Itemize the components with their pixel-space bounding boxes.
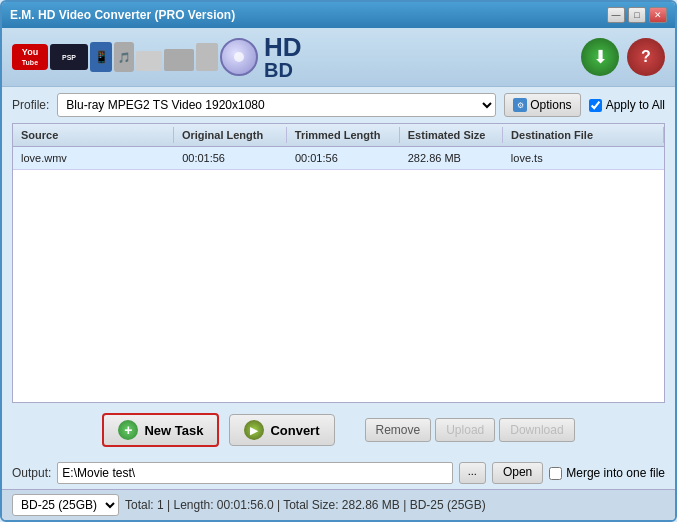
download-action-button[interactable]: Download	[499, 418, 574, 442]
open-button[interactable]: Open	[492, 462, 543, 484]
status-text: Total: 1 | Length: 00:01:56.0 | Total Si…	[125, 498, 486, 512]
help-button[interactable]: ?	[627, 38, 665, 76]
col-header-trimmed: Trimmed Length	[287, 127, 400, 143]
header-right-icons: ⬇ ?	[581, 38, 665, 76]
options-icon: ⚙	[513, 98, 527, 112]
title-bar: E.M. HD Video Converter (PRO Version) — …	[2, 2, 675, 28]
convert-icon: ▶	[244, 420, 264, 440]
apply-all-container: Apply to All	[589, 98, 665, 112]
col-header-size: Estimated Size	[400, 127, 503, 143]
disc-type-dropdown[interactable]: BD-25 (25GB)	[12, 494, 119, 516]
youtube-icon: YouTube	[12, 44, 48, 70]
output-path-input[interactable]	[57, 462, 452, 484]
cell-dest: love.ts	[503, 150, 664, 166]
new-task-label: New Task	[144, 423, 203, 438]
hd-bd-logo: HD BD	[264, 34, 302, 80]
ipod-icon: 🎵	[114, 42, 134, 72]
profile-label: Profile:	[12, 98, 49, 112]
disc-icon	[220, 38, 258, 76]
cell-original: 00:01:56	[174, 150, 287, 166]
download-icon: ⬇	[593, 46, 608, 68]
upload-button[interactable]: Upload	[435, 418, 495, 442]
bd-text: BD	[264, 60, 293, 80]
convert-button[interactable]: ▶ Convert	[229, 414, 334, 446]
options-button[interactable]: ⚙ Options	[504, 93, 580, 117]
new-task-icon: +	[118, 420, 138, 440]
profile-bar: Profile: Blu-ray MPEG2 TS Video 1920x108…	[2, 87, 675, 123]
download-button[interactable]: ⬇	[581, 38, 619, 76]
maximize-button[interactable]: □	[628, 7, 646, 23]
main-window: E.M. HD Video Converter (PRO Version) — …	[0, 0, 677, 522]
device-icons	[136, 43, 218, 71]
options-label: Options	[530, 98, 571, 112]
file-table: Source Original Length Trimmed Length Es…	[12, 123, 665, 403]
help-icon: ?	[641, 48, 651, 66]
cell-trimmed: 00:01:56	[287, 150, 400, 166]
remove-button[interactable]: Remove	[365, 418, 432, 442]
browse-button[interactable]: ...	[459, 462, 486, 484]
psp-icon: PSP	[50, 44, 88, 70]
device1-icon	[136, 51, 162, 71]
logo-icons: YouTube PSP 📱 🎵	[12, 38, 258, 76]
phone-icon: 📱	[90, 42, 112, 72]
output-bar: Output: ... Open Merge into one file	[2, 457, 675, 489]
cell-size: 282.86 MB	[400, 150, 503, 166]
convert-label: Convert	[270, 423, 319, 438]
profile-dropdown[interactable]: Blu-ray MPEG2 TS Video 1920x1080	[57, 93, 496, 117]
merge-label: Merge into one file	[566, 466, 665, 480]
col-header-dest: Destination File	[503, 127, 664, 143]
hd-text: HD	[264, 34, 302, 60]
device2-icon	[164, 49, 194, 71]
cell-source: love.wmv	[13, 150, 174, 166]
status-bar: BD-25 (25GB) Total: 1 | Length: 00:01:56…	[2, 489, 675, 520]
merge-checkbox[interactable]	[549, 467, 562, 480]
merge-container: Merge into one file	[549, 466, 665, 480]
apply-all-checkbox[interactable]	[589, 99, 602, 112]
title-bar-buttons: — □ ✕	[607, 7, 667, 23]
output-label: Output:	[12, 466, 51, 480]
table-row[interactable]: love.wmv 00:01:56 00:01:56 282.86 MB lov…	[13, 147, 664, 170]
col-header-source: Source	[13, 127, 174, 143]
device3-icon	[196, 43, 218, 71]
action-bar: + New Task ▶ Convert Remove Upload Downl…	[2, 403, 675, 457]
apply-all-label: Apply to All	[606, 98, 665, 112]
logo-area: YouTube PSP 📱 🎵	[12, 34, 302, 80]
table-empty-area	[13, 170, 664, 330]
new-task-button[interactable]: + New Task	[102, 413, 219, 447]
right-action-buttons: Remove Upload Download	[365, 418, 575, 442]
table-header: Source Original Length Trimmed Length Es…	[13, 124, 664, 147]
minimize-button[interactable]: —	[607, 7, 625, 23]
col-header-original: Original Length	[174, 127, 287, 143]
close-button[interactable]: ✕	[649, 7, 667, 23]
header-area: YouTube PSP 📱 🎵	[2, 28, 675, 87]
window-title: E.M. HD Video Converter (PRO Version)	[10, 8, 235, 22]
